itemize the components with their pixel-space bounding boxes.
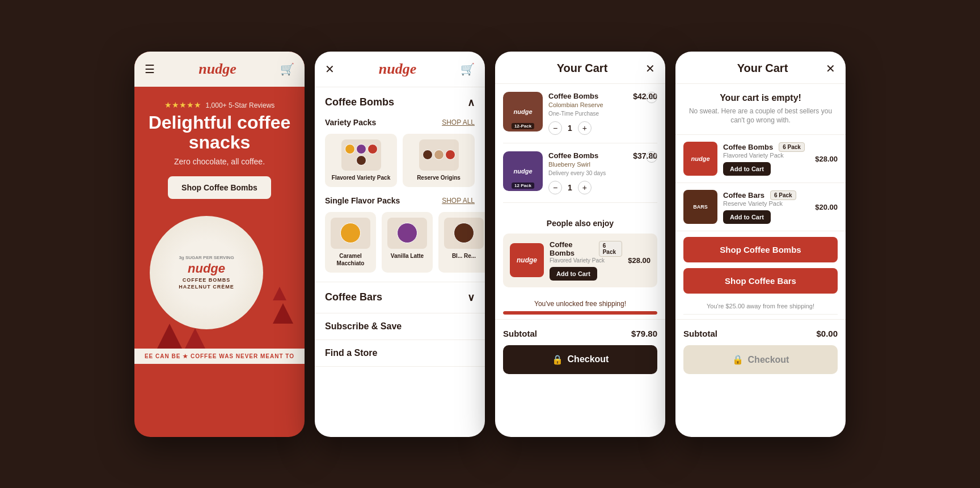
- rec-2-add-button[interactable]: Add to Cart: [723, 210, 771, 224]
- coffee-bars-label: Coffee Bars: [325, 291, 382, 303]
- circle-purple: [356, 144, 366, 154]
- subtotal-amount: $79.80: [631, 329, 657, 338]
- recommendation-2: BARS Coffee Bars 6 Pack Reserve Variety …: [675, 183, 846, 231]
- single-flavor-row: Caramel Macchiato Vanilla Latte Bl... Re…: [325, 212, 475, 273]
- home-hero: ★★★★★ 1,000+ 5-Star Reviews Delightful c…: [134, 87, 305, 349]
- rec-1-image: nudge: [683, 142, 717, 176]
- other-flavor-card[interactable]: Bl... Re...: [438, 212, 485, 273]
- tree-decoration: [273, 287, 286, 300]
- find-store-item[interactable]: Find a Store: [315, 340, 485, 367]
- flavored-variety-name: Flavored Variety Pack: [331, 174, 391, 181]
- cart-item-2-type: Delivery every 30 days: [548, 170, 627, 176]
- checkout-button[interactable]: 🔒 Checkout: [503, 345, 657, 374]
- rec-2-sub: Reserve Variety Pack: [723, 200, 809, 207]
- shop-coffee-bombs-button-empty[interactable]: Shop Coffee Bombs: [683, 237, 838, 262]
- shop-coffee-bars-button-empty[interactable]: Shop Coffee Bars: [683, 268, 838, 294]
- flavored-variety-card[interactable]: Flavored Variety Pack: [325, 134, 397, 187]
- subtotal-label: Subtotal: [503, 329, 537, 338]
- single-flavor-header: Single Flavor Packs SHOP ALL: [325, 196, 475, 205]
- qty-increase-2[interactable]: +: [578, 181, 592, 194]
- home-screen: ☰ nudge 🛒 ★★★★★ 1,000+ 5-Star Reviews De…: [134, 52, 305, 437]
- other-flavor-name: Bl... Re...: [444, 252, 484, 260]
- rec-1-add-button[interactable]: Add to Cart: [723, 162, 771, 176]
- vanilla-latte-card[interactable]: Vanilla Latte: [382, 212, 433, 273]
- reserve-origins-name: Reserve Origins: [408, 174, 469, 181]
- caramel-circle: [340, 223, 361, 243]
- empty-subtotal-label: Subtotal: [683, 329, 717, 338]
- reserve-origins-img: [419, 139, 459, 171]
- single-shop-all-link[interactable]: SHOP ALL: [442, 197, 475, 205]
- nav-header: ✕ nudge 🛒: [315, 52, 485, 87]
- cart-item-1-type: One-Time Purchase: [548, 111, 627, 117]
- empty-checkout-button[interactable]: 🔒 Checkout: [683, 345, 838, 374]
- remove-item-1[interactable]: ✕: [646, 92, 657, 103]
- cart-item-2-image: nudge 12 Pack: [503, 151, 543, 191]
- qty-increase-1[interactable]: +: [578, 121, 592, 135]
- cart-close-icon[interactable]: ✕: [645, 62, 655, 75]
- variety-shop-all-link[interactable]: SHOP ALL: [442, 118, 475, 126]
- free-shipping-text: You're $25.00 away from free shipping!: [675, 299, 846, 309]
- enjoy-item-name: Coffee Bombs: [550, 240, 593, 257]
- flavored-variety-img: [341, 139, 381, 171]
- also-enjoy-title: People also enjoy: [503, 219, 657, 228]
- subscribe-save-item[interactable]: Subscribe & Save: [315, 313, 485, 340]
- vanilla-circle: [397, 223, 417, 243]
- coffee-bombs-header[interactable]: Coffee Bombs ∧: [315, 87, 485, 118]
- vanilla-latte-img: [387, 218, 427, 249]
- empty-checkout-label: Checkout: [748, 355, 789, 365]
- coffee-bars-header[interactable]: Coffee Bars ∨: [315, 282, 485, 313]
- shipping-bar-fill: [503, 311, 657, 315]
- circle-red2: [445, 150, 455, 160]
- enjoy-pack-badge: 6 Pack: [599, 241, 623, 257]
- empty-cart-close-icon[interactable]: ✕: [826, 62, 835, 75]
- variety-packs-subsection: Variety Packs SHOP ALL Fl: [315, 118, 485, 196]
- reserve-origins-card[interactable]: Reserve Origins: [403, 134, 475, 187]
- qty-decrease-2[interactable]: −: [548, 181, 562, 194]
- caramel-macchiato-name: Caramel Macchiato: [331, 252, 370, 267]
- empty-cart-title-header: Your Cart: [737, 62, 788, 75]
- variety-packs-title: Variety Packs: [325, 118, 376, 127]
- shipping-section: You've unlocked free shipping!: [495, 295, 665, 319]
- hero-subtitle: Zero chocolate, all coffee.: [146, 157, 293, 166]
- rec-2-pack-badge: 6 Pack: [770, 190, 796, 200]
- variety-packs-header: Variety Packs SHOP ALL: [325, 118, 475, 127]
- cart-item-1-image: nudge 12-Pack: [503, 92, 543, 131]
- qty-number-1: 1: [568, 124, 572, 133]
- other-circle: [454, 223, 474, 243]
- hero-title: Delightful coffee snacks: [146, 113, 293, 152]
- pack-label-2: 12 Pack: [512, 183, 534, 189]
- divider: [683, 314, 838, 315]
- product-type: COFFEE BOMBS: [179, 277, 234, 283]
- other-flavor-img: [444, 218, 484, 249]
- product-flavor: HAZELNUT CRÈME: [179, 284, 234, 290]
- enjoy-add-to-cart-button[interactable]: Add to Cart: [550, 267, 597, 281]
- cart-footer: Subtotal $79.80 🔒 Checkout: [495, 319, 665, 374]
- caramel-macchiato-card[interactable]: Caramel Macchiato: [325, 212, 376, 273]
- tree-decoration: [273, 303, 293, 324]
- shipping-bar: [503, 311, 657, 315]
- enjoy-item-price: $28.00: [628, 256, 650, 265]
- cart-item-2-details: Coffee Bombs Blueberry Swirl Delivery ev…: [548, 151, 627, 194]
- cart-item-2-sub: Blueberry Swirl: [548, 161, 627, 168]
- empty-cart-screen: Your Cart ✕ Your cart is empty! No sweat…: [675, 52, 846, 437]
- people-also-enjoy: People also enjoy nudge Coffee Bombs 6 P…: [495, 219, 665, 295]
- empty-subtotal-amount: $0.00: [816, 329, 838, 338]
- home-logo: nudge: [198, 61, 236, 78]
- nav-cart-icon[interactable]: 🛒: [461, 62, 475, 76]
- qty-controls-1: − 1 +: [548, 121, 627, 135]
- circle-tan: [434, 150, 444, 160]
- enjoy-item-details: Coffee Bombs 6 Pack Flavored Variety Pac…: [550, 240, 622, 281]
- cart-with-items-screen: Your Cart ✕ nudge 12-Pack Coffee Bombs C…: [495, 52, 665, 437]
- product-circle: 3g SUGAR PER SERVING nudge COFFEE BOMBS …: [150, 216, 263, 329]
- ticker-text: EE CAN BE ★ COFFEE WAS NEVER MEANT TO: [134, 349, 305, 364]
- chevron-down-icon: ∨: [467, 291, 475, 304]
- enjoy-item-sub: Flavored Variety Pack: [550, 257, 622, 264]
- shop-coffee-bombs-button[interactable]: Shop Coffee Bombs: [168, 176, 271, 199]
- star-rating: ★★★★★ 1,000+ 5-Star Reviews: [146, 100, 293, 109]
- remove-item-2[interactable]: ✕: [646, 151, 657, 163]
- qty-decrease-1[interactable]: −: [548, 121, 562, 135]
- close-icon[interactable]: ✕: [325, 62, 335, 76]
- hamburger-icon[interactable]: ☰: [145, 62, 155, 76]
- cart-items-list: nudge 12-Pack Coffee Bombs Colombian Res…: [495, 84, 665, 219]
- cart-icon[interactable]: 🛒: [280, 62, 294, 76]
